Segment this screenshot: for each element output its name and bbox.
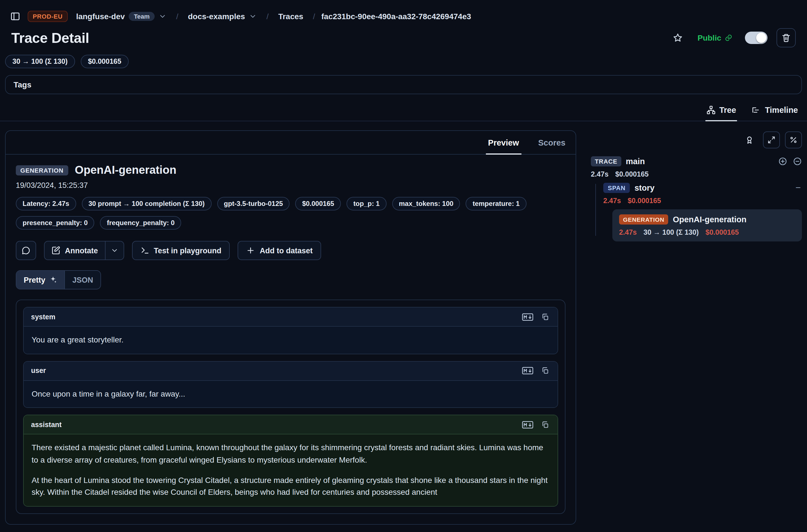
tree-node-span[interactable]: SPAN story −	[603, 183, 802, 193]
annotate-dropdown-button[interactable]	[105, 242, 123, 260]
trace-tree-panel: TRACE main 2.47s $0.000165 SPAN	[591, 130, 802, 242]
copy-button[interactable]	[540, 420, 550, 430]
observation-timestamp: 19/03/2024, 15:25:37	[16, 181, 565, 190]
breadcrumb-traces-link[interactable]: Traces	[275, 11, 307, 21]
observation-actions: Annotate Test in playground Add to datas…	[16, 241, 565, 260]
latency-badge: Latency: 2.47s	[16, 197, 76, 210]
tree-icon	[706, 106, 715, 115]
breadcrumb-org[interactable]: langfuse-dev Team	[73, 11, 170, 21]
tab-tree[interactable]: Tree	[705, 103, 737, 121]
observation-metadata-badges-row2: presence_penalty: 0 frequency_penalty: 0	[16, 216, 565, 230]
copy-button[interactable]	[540, 365, 550, 376]
minus-circle-icon	[793, 157, 802, 166]
copy-button[interactable]	[540, 312, 550, 322]
span-metrics: 2.47s $0.000165	[603, 197, 802, 205]
tab-timeline-label: Timeline	[765, 106, 798, 115]
top-p-badge: top_p: 1	[346, 197, 386, 210]
observation-title: OpenAI-generation	[75, 164, 176, 176]
metrics-percent-button[interactable]	[785, 131, 802, 148]
tree-node-generation-selected[interactable]: GENERATION OpenAI-generation 2.47s 30 → …	[612, 209, 802, 242]
tree-node-trace[interactable]: TRACE main	[591, 156, 802, 167]
add-to-dataset-button[interactable]: Add to dataset	[238, 241, 321, 260]
collapse-span-button[interactable]: −	[794, 183, 802, 192]
star-icon	[673, 33, 683, 43]
message-paragraph: Once upon a time in a galaxy far, far aw…	[32, 388, 550, 400]
frequency-penalty-badge: frequency_penalty: 0	[100, 216, 182, 230]
breadcrumb-separator: /	[312, 12, 316, 21]
pretty-view-button[interactable]: Pretty	[16, 271, 65, 289]
generation-type-badge: GENERATION	[619, 214, 668, 225]
message-header: user	[24, 361, 558, 381]
edit-icon	[51, 246, 60, 255]
chevron-down-icon	[158, 13, 167, 20]
expand-all-button[interactable]	[778, 157, 787, 166]
sidebar-toggle-button[interactable]	[8, 9, 23, 24]
markdown-toggle-button[interactable]	[521, 420, 534, 430]
plus-icon	[246, 246, 255, 255]
test-in-playground-button[interactable]: Test in playground	[132, 241, 230, 260]
span-name: story	[635, 183, 655, 192]
tab-scores-label: Scores	[538, 138, 565, 147]
message-paragraph: At the heart of Lumina stood the towerin…	[32, 474, 550, 499]
tree-node-controls	[778, 157, 802, 166]
observation-body: GENERATION OpenAI-generation 19/03/2024,…	[6, 155, 576, 524]
message-role: system	[31, 313, 55, 321]
terminal-icon	[140, 246, 149, 255]
tab-preview[interactable]: Preview	[486, 131, 522, 154]
trace-children: SPAN story − 2.47s $0.000165 GENERATION …	[595, 183, 802, 242]
breadcrumb-project[interactable]: docs-examples	[185, 11, 260, 21]
annotate-button[interactable]: Annotate	[44, 242, 105, 260]
breadcrumb-separator: /	[175, 12, 180, 21]
copy-icon	[541, 367, 549, 375]
scores-award-button[interactable]	[741, 131, 758, 148]
tab-preview-label: Preview	[488, 138, 519, 147]
markdown-toggle-button[interactable]	[521, 312, 534, 322]
public-toggle[interactable]	[745, 32, 768, 44]
model-badge: gpt-3.5-turbo-0125	[217, 197, 289, 210]
expand-tree-button[interactable]	[763, 131, 780, 148]
delete-trace-button[interactable]	[776, 28, 796, 48]
view-switcher: Tree Timeline	[0, 103, 807, 121]
markdown-toggle-button[interactable]	[521, 365, 534, 376]
tab-timeline[interactable]: Timeline	[751, 103, 799, 121]
collapse-all-button[interactable]	[793, 157, 802, 166]
json-view-button[interactable]: JSON	[65, 271, 101, 289]
trace-summary-badges: 30 → 100 (Σ 130) $0.000165	[0, 48, 807, 68]
observation-header: GENERATION OpenAI-generation	[16, 164, 565, 176]
max-tokens-badge: max_tokens: 100	[392, 197, 460, 210]
message-content: Once upon a time in a galaxy far, far aw…	[24, 381, 558, 407]
page-title: Trace Detail	[11, 30, 89, 46]
link-icon	[725, 34, 732, 42]
sparkles-icon	[50, 276, 57, 284]
span-type-badge: SPAN	[603, 183, 630, 193]
copy-icon	[541, 421, 549, 429]
comment-button[interactable]	[16, 241, 36, 260]
bookmark-star-button[interactable]	[671, 31, 685, 45]
token-usage-badge: 30 → 100 (Σ 130)	[5, 55, 75, 68]
project-name: docs-examples	[188, 12, 245, 21]
message-paragraph: There existed a majestic planet called L…	[32, 442, 550, 467]
header-actions: Public	[671, 28, 796, 48]
observation-detail-card: Preview Scores GENERATION OpenAI-generat…	[5, 130, 576, 525]
observation-type-badge: GENERATION	[16, 165, 68, 175]
annotate-label: Annotate	[65, 246, 98, 255]
tab-scores[interactable]: Scores	[536, 131, 568, 154]
temperature-badge: temperature: 1	[466, 197, 527, 210]
trace-latency: 2.47s	[591, 170, 608, 178]
chevron-down-icon	[110, 247, 118, 254]
main-content: Preview Scores GENERATION OpenAI-generat…	[5, 130, 802, 525]
annotate-split-button: Annotate	[44, 241, 124, 260]
format-toggle: Pretty JSON	[16, 270, 101, 289]
trace-metrics: 2.47s $0.000165	[591, 170, 802, 178]
message-header: system	[24, 307, 558, 327]
generation-latency: 2.47s	[619, 228, 637, 236]
tags-section[interactable]: Tags	[5, 75, 802, 94]
message-system: system You are a great s	[23, 307, 558, 354]
span-cost: $0.000165	[628, 197, 661, 205]
message-tools	[521, 420, 550, 430]
presence-penalty-badge: presence_penalty: 0	[16, 216, 95, 230]
public-share-link[interactable]: Public	[694, 33, 736, 43]
public-label: Public	[697, 33, 721, 42]
messages-container: system You are a great s	[16, 300, 565, 514]
expand-icon	[768, 136, 775, 144]
